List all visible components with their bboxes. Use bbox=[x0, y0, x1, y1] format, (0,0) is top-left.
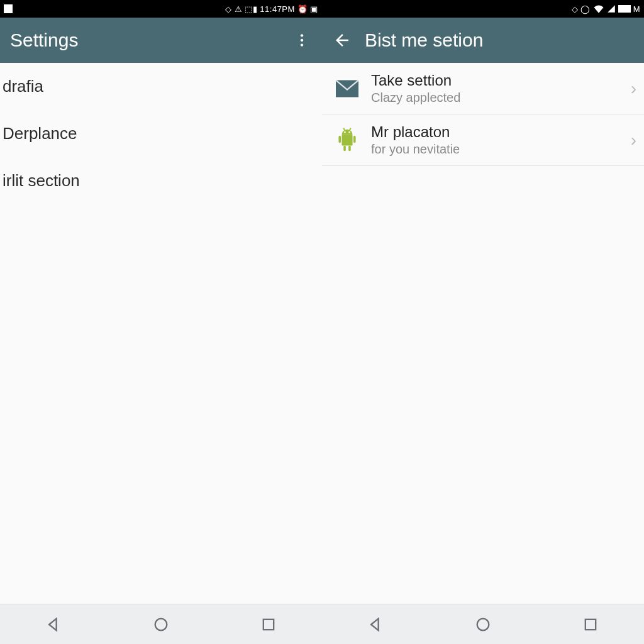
app-bar-left: Settings bbox=[0, 18, 322, 63]
status-bar-right: ◇ ◯ M bbox=[322, 0, 644, 18]
status-icon bbox=[4, 4, 13, 13]
settings-item-2[interactable]: irlit section bbox=[0, 157, 322, 204]
settings-item-1[interactable]: Derplance bbox=[0, 110, 322, 157]
more-vert-icon bbox=[294, 32, 310, 48]
square-recents-icon bbox=[260, 616, 277, 633]
battery-icon bbox=[618, 5, 631, 13]
svg-point-0 bbox=[301, 34, 303, 36]
settings-list: drafia Derplance irlit section bbox=[0, 63, 322, 604]
nav-recents-button[interactable] bbox=[250, 609, 287, 640]
svg-point-15 bbox=[477, 618, 489, 630]
svg-point-13 bbox=[344, 131, 346, 133]
svg-rect-8 bbox=[353, 135, 356, 142]
detail-list: Take settion Clazy applected › bbox=[322, 63, 644, 604]
svg-line-11 bbox=[343, 128, 345, 130]
status-time: 11:47PM bbox=[260, 4, 295, 14]
triangle-back-icon bbox=[367, 616, 384, 633]
svg-rect-16 bbox=[585, 619, 595, 629]
settings-item-0[interactable]: drafia bbox=[0, 63, 322, 110]
svg-rect-6 bbox=[341, 135, 352, 145]
settings-item-label: irlit section bbox=[3, 171, 80, 190]
arrow-back-icon bbox=[333, 31, 352, 50]
list-item-title: Mr placaton bbox=[371, 123, 626, 141]
app-bar-right: Bist me setion bbox=[322, 18, 644, 63]
svg-rect-4 bbox=[263, 619, 273, 629]
circle-home-icon bbox=[474, 616, 492, 633]
nav-recents-button[interactable] bbox=[572, 609, 609, 640]
dual-screen-container: ◇ ⚠ ⬚▮ 11:47PM ⏰ ▣ Settings drafia Derpl… bbox=[0, 0, 644, 644]
right-screen: ◇ ◯ M Bist me setion bbox=[322, 0, 644, 644]
nav-back-button[interactable] bbox=[357, 609, 394, 640]
page-title: Bist me setion bbox=[362, 30, 636, 51]
status-bar-left: ◇ ⚠ ⬚▮ 11:47PM ⏰ ▣ bbox=[0, 0, 322, 18]
status-icons-right: ⏰ ▣ bbox=[297, 4, 318, 14]
list-item-subtitle: for you nevitatie bbox=[371, 142, 626, 157]
svg-point-14 bbox=[348, 131, 350, 133]
chevron-right-icon: › bbox=[626, 130, 636, 150]
svg-point-1 bbox=[301, 39, 303, 42]
nav-bar-left bbox=[0, 604, 322, 644]
status-icons-right2: ◇ ◯ bbox=[572, 4, 591, 14]
page-title: Settings bbox=[8, 30, 289, 51]
nav-back-button[interactable] bbox=[35, 609, 72, 640]
list-item-0[interactable]: Take settion Clazy applected › bbox=[322, 63, 644, 114]
nav-bar-right bbox=[322, 604, 644, 644]
list-item-subtitle: Clazy applected bbox=[371, 91, 626, 105]
back-button[interactable] bbox=[330, 28, 355, 53]
nav-home-button[interactable] bbox=[464, 609, 502, 640]
svg-rect-9 bbox=[343, 145, 346, 151]
nav-home-button[interactable] bbox=[142, 609, 180, 640]
status-misc-icons: ◇ ⚠ ⬚▮ bbox=[225, 4, 257, 14]
list-item-title: Take settion bbox=[371, 72, 626, 89]
svg-rect-10 bbox=[348, 145, 351, 151]
list-item-1[interactable]: Mr placaton for you nevitatie › bbox=[322, 114, 644, 166]
android-icon bbox=[336, 128, 358, 153]
status-right-label: M bbox=[633, 4, 640, 14]
svg-rect-7 bbox=[338, 135, 341, 142]
svg-point-3 bbox=[155, 618, 167, 630]
settings-item-label: drafia bbox=[3, 77, 43, 96]
overflow-menu-button[interactable] bbox=[289, 28, 314, 53]
mail-icon bbox=[336, 80, 358, 97]
settings-item-label: Derplance bbox=[3, 124, 77, 143]
triangle-back-icon bbox=[45, 616, 62, 633]
svg-point-2 bbox=[301, 43, 303, 46]
left-screen: ◇ ⚠ ⬚▮ 11:47PM ⏰ ▣ Settings drafia Derpl… bbox=[0, 0, 322, 644]
wifi-icon bbox=[593, 4, 604, 13]
circle-home-icon bbox=[152, 616, 170, 633]
chevron-right-icon: › bbox=[626, 79, 636, 99]
svg-line-12 bbox=[350, 128, 351, 130]
signal-icon bbox=[607, 4, 616, 13]
square-recents-icon bbox=[582, 616, 599, 633]
